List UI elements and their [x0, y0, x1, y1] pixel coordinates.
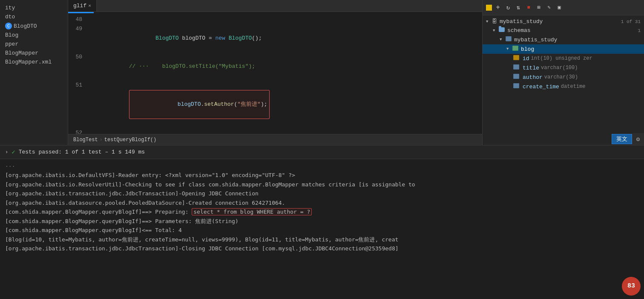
db-tree-item-author[interactable]: author varchar(30) — [483, 73, 644, 82]
db-panel: + ↻ ⇅ ■ ⊞ ✎ ▣ ▼ 🗄 mybatis_study 1 of 31 — [482, 0, 644, 145]
db-tree-item-blog[interactable]: ▼ blog — [483, 44, 644, 54]
filter-icon[interactable]: ⇅ — [514, 3, 523, 12]
left-sidebar: ity dto C BlogDTO Blog pper BlogMapper B… — [0, 0, 68, 145]
bottom-section: › ✓ Tests passed: 1 of 1 test – 1 s 149 … — [0, 145, 644, 299]
chevron-down-icon-blog: ▼ — [506, 47, 512, 51]
db-tree-item-root[interactable]: ▼ 🗄 mybatis_study 1 of 31 — [483, 17, 644, 26]
field-icon-author — [513, 74, 519, 81]
db-toolbar: + ↻ ⇅ ■ ⊞ ✎ ▣ — [483, 0, 644, 15]
code-line-51: 51 blogDTO.setAuthor("焦前进"); — [68, 81, 482, 128]
db-tree: ▼ 🗄 mybatis_study 1 of 31 ▼ schemas 1 — [483, 15, 644, 145]
line-content-highlighted: blogDTO.setAuthor("焦前进"); — [87, 81, 482, 128]
db-tree-item-schemas[interactable]: ▼ schemas 1 — [483, 26, 644, 35]
test-pass-icon: ✓ — [12, 148, 15, 156]
sidebar-item-blogmapper[interactable]: BlogMapper — [0, 49, 68, 58]
console-line-1: [org.apache.ibatis.io.DefaultVFS]-Reader… — [5, 171, 639, 180]
field-createtime-label: create_time — [523, 84, 559, 90]
field-author-label: author — [523, 74, 543, 81]
sidebar-item-pper[interactable]: pper — [0, 40, 68, 49]
sidebar-item-ity[interactable]: ity — [0, 3, 68, 12]
line-number: 50 — [68, 52, 87, 81]
console-line-4: [org.apache.ibatis.datasource.pooled.Poo… — [5, 198, 639, 207]
counter-badge: 83 — [622, 277, 641, 296]
field-icon-createtime — [513, 83, 519, 90]
line-number: 48 — [68, 15, 87, 24]
console-sql-highlight: select * from blog WHERE author = ? — [192, 208, 312, 215]
console-line-6: [com.shida.mapper.BlogMapper.queryBlogIf… — [5, 217, 639, 226]
add-icon[interactable]: + — [494, 3, 502, 12]
lang-badge[interactable]: 英文 — [612, 134, 632, 144]
field-author-type: varchar(30) — [544, 74, 578, 80]
settings-icon[interactable]: ⚙ — [632, 133, 644, 145]
console-content: ··· [org.apache.ibatis.io.DefaultVFS]-Re… — [0, 159, 644, 299]
root-icon: 🗄 — [492, 18, 497, 25]
table-icon-blog — [512, 46, 518, 52]
db-tree-item-createtime[interactable]: create_time datetime — [483, 82, 644, 91]
blog-table-label: blog — [521, 46, 641, 52]
breadcrumb: BlogTest › testQueryBlogIf() — [68, 134, 482, 145]
code-line-49: 49 BlogDTO blogDTO = new BlogDTO(); — [68, 24, 482, 52]
left-arrow-icon[interactable]: › — [5, 149, 8, 155]
line-number: 51 — [68, 81, 87, 128]
field-icon-title — [513, 64, 519, 71]
console-line-8: [Blog(id=10, title=Mybatis, author=焦前进, … — [5, 235, 639, 244]
tab-bar: glif × — [68, 0, 482, 12]
line-number: 49 — [68, 24, 87, 52]
field-createtime-type: datetime — [561, 84, 586, 90]
field-id-type: int(10) unsigned zer — [531, 55, 592, 61]
stop-icon[interactable]: ■ — [524, 3, 533, 12]
breadcrumb-method[interactable]: testQueryBlogIf() — [104, 137, 156, 143]
line-content: // ··· blogDTO.setTitle("Mybatis"); — [87, 52, 482, 81]
console-line-7: [com.shida.mapper.BlogMapper.queryBlogIf… — [5, 226, 639, 235]
schemas-label: schemas — [507, 27, 637, 34]
refresh-icon[interactable]: ↻ — [504, 3, 512, 12]
sidebar-item-blog[interactable]: Blog — [0, 31, 68, 40]
glif-tab[interactable]: glif × — [68, 0, 97, 12]
yellow-square-icon — [486, 5, 492, 11]
console-line-2: [org.apache.ibatis.io.ResolverUtil]-Chec… — [5, 180, 639, 189]
chevron-down-icon: ▼ — [486, 20, 491, 24]
counter-value: 83 — [627, 281, 635, 292]
line-content: List<Blog> blogs = mapper.queryBlogIf(bl… — [87, 128, 482, 134]
schema-icon — [506, 36, 512, 43]
field-id-label: id — [523, 55, 529, 62]
folder-icon-schemas — [499, 27, 505, 34]
breadcrumb-sep: › — [100, 137, 103, 143]
console-line-5-sql: [com.shida.mapper.BlogMapper.queryBlogIf… — [5, 207, 639, 216]
chevron-down-icon-schema: ▼ — [500, 38, 505, 42]
db-tree-item-title[interactable]: title varchar(100) — [483, 63, 644, 73]
code-editor: glif × 48 49 BlogDTO blogDTO = new — [68, 0, 482, 145]
db-root-label: mybatis_study — [500, 18, 620, 25]
line-content — [87, 15, 482, 24]
console-line-3: [org.apache.ibatis.transaction.jdbc.Jdbc… — [5, 189, 639, 198]
field-title-label: title — [523, 65, 539, 71]
field-title-type: varchar(100) — [541, 65, 578, 71]
blogdto-class-icon: C — [5, 23, 12, 29]
console-header: › ✓ Tests passed: 1 of 1 test – 1 s 149 … — [0, 145, 644, 159]
console-line-9: [org.apache.ibatis.transaction.jdbc.Jdbc… — [5, 244, 639, 253]
line-number: 52 — [68, 128, 87, 134]
console-line-cut: ··· — [5, 162, 639, 171]
code-line-52: 52 List<Blog> blogs = mapper.queryBlogIf… — [68, 128, 482, 134]
table-view-icon[interactable]: ⊞ — [535, 3, 543, 12]
schema-label: mybatis_study — [514, 37, 641, 43]
code-line-48: 48 — [68, 15, 482, 24]
sidebar-label-blogdto: BlogDTO — [14, 23, 37, 29]
sidebar-item-blogmapperxml[interactable]: BlogMapper.xml — [0, 58, 68, 67]
code-lines: 48 49 BlogDTO blogDTO = new BlogDTO(); 5… — [68, 13, 482, 134]
db-tree-item-schema[interactable]: ▼ mybatis_study — [483, 35, 644, 44]
sidebar-item-blogdto[interactable]: C BlogDTO — [0, 21, 68, 31]
sidebar-item-dto[interactable]: dto — [0, 12, 68, 21]
breadcrumb-file[interactable]: BlogTest — [73, 137, 98, 143]
chevron-down-icon-schemas: ▼ — [493, 29, 498, 33]
tab-name: glif — [73, 3, 86, 9]
edit-icon[interactable]: ✎ — [545, 3, 553, 12]
live-icon[interactable]: ▣ — [555, 3, 564, 12]
line-content: BlogDTO blogDTO = new BlogDTO(); — [87, 24, 482, 52]
schemas-count: 1 — [638, 28, 641, 33]
db-tree-item-id[interactable]: id int(10) unsigned zer — [483, 54, 644, 63]
tab-close-icon[interactable]: × — [88, 3, 91, 9]
key-field-icon — [513, 55, 519, 62]
code-line-50: 50 // ··· blogDTO.setTitle("Mybatis"); — [68, 52, 482, 81]
console-preparing-prefix: [com.shida.mapper.BlogMapper.queryBlogIf… — [5, 209, 192, 215]
